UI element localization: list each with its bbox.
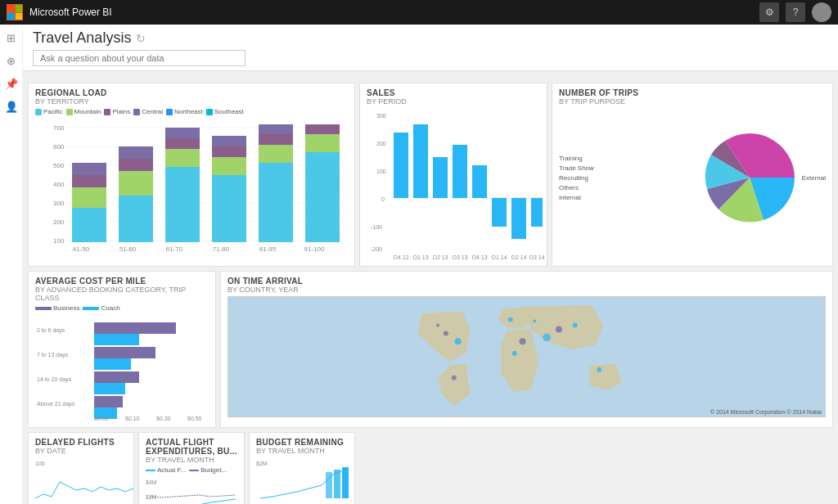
svg-text:$0.50: $0.50 [187, 416, 202, 421]
refresh-icon[interactable]: ↻ [136, 32, 146, 45]
svg-text:Q4 13: Q4 13 [471, 254, 487, 259]
svg-rect-70 [94, 322, 176, 334]
svg-text:Q4 12: Q4 12 [393, 254, 408, 259]
topbar: Microsoft Power BI ⚙ ? [0, 0, 838, 25]
svg-rect-52 [433, 157, 448, 198]
svg-text:$0.10: $0.10 [125, 416, 140, 421]
svg-rect-21 [119, 146, 153, 159]
svg-rect-27 [212, 157, 246, 175]
expenditures-subtitle: BY TRAVEL MONTH [146, 456, 237, 464]
app-title: Microsoft Power BI [29, 7, 112, 18]
svg-text:-200: -200 [371, 246, 382, 252]
svg-rect-73 [94, 396, 123, 407]
svg-text:200: 200 [53, 218, 65, 226]
svg-rect-17 [72, 163, 106, 175]
svg-text:600: 600 [53, 143, 65, 151]
svg-rect-20 [119, 159, 153, 171]
on-time-subtitle: BY COUNTRY, YEAR [228, 286, 826, 294]
svg-point-85 [436, 324, 439, 327]
expenditures-legend: Actual F... Budget... [146, 466, 237, 474]
svg-rect-104 [342, 467, 349, 498]
svg-text:Q1 13: Q1 13 [412, 254, 428, 259]
sales-chart: 300 200 100 0 -100 -200 Q4 12 [367, 108, 545, 259]
svg-text:100: 100 [376, 169, 386, 174]
svg-text:$2M: $2M [256, 461, 268, 466]
avg-cost-legend: Business Coach [35, 304, 209, 312]
svg-rect-74 [94, 334, 139, 345]
regional-load-title: Regional Load [35, 88, 348, 97]
svg-rect-22 [165, 167, 200, 242]
svg-point-87 [520, 338, 526, 344]
svg-rect-19 [119, 171, 153, 196]
delayed-subtitle: BY DATE [35, 447, 127, 455]
svg-text:500: 500 [53, 162, 65, 169]
svg-rect-71 [94, 347, 155, 358]
svg-text:700: 700 [53, 124, 65, 132]
svg-rect-30 [259, 163, 293, 242]
dashboard-row-3: Delayed Flights BY DATE 100 Jan 2014 Act… [28, 432, 833, 504]
svg-text:Q1 14: Q1 14 [491, 254, 507, 259]
svg-point-83 [444, 331, 448, 335]
svg-rect-51 [413, 124, 428, 198]
svg-text:91-100: 91-100 [304, 245, 325, 253]
svg-rect-50 [394, 133, 408, 198]
svg-rect-55 [492, 198, 507, 227]
svg-rect-34 [305, 152, 340, 242]
sidebar: ⊞ ⊕ 📌 👤 [0, 25, 23, 504]
budget-rem-small-subtitle: BY TRAVEL MONTH [256, 447, 348, 455]
svg-text:200: 200 [376, 141, 386, 146]
svg-point-86 [508, 317, 513, 322]
svg-rect-16 [72, 175, 106, 187]
sidebar-search-icon[interactable]: ⊕ [3, 52, 20, 69]
card-on-time-arrival: On Time Arrival BY COUNTRY, YEAR [220, 271, 833, 428]
svg-rect-57 [531, 198, 543, 227]
card-number-of-trips: Number of Trips BY TRIP PURPOSE Training… [552, 83, 833, 267]
card-avg-cost: Average Cost Per Mile BY ADVANCED BOOKIN… [28, 271, 216, 428]
svg-rect-72 [94, 371, 139, 383]
svg-rect-35 [305, 134, 340, 152]
svg-text:0 to 6 days: 0 to 6 days [37, 327, 65, 334]
svg-rect-53 [453, 145, 467, 198]
svg-rect-23 [165, 149, 200, 167]
map-copyright: © 2014 Microsoft Corporation © 2014 Noki… [710, 409, 822, 415]
ms-logo [7, 4, 23, 20]
dashboard-main: Regional Load BY TERRITORY Pacific Mount… [23, 78, 838, 504]
svg-rect-33 [259, 124, 293, 134]
svg-rect-56 [511, 198, 526, 239]
svg-text:Q2 13: Q2 13 [432, 254, 448, 259]
svg-text:Q3 14: Q3 14 [529, 254, 544, 259]
svg-point-91 [573, 323, 578, 328]
svg-rect-28 [212, 146, 246, 157]
on-time-map [228, 297, 825, 416]
on-time-title: On Time Arrival [228, 277, 826, 286]
help-icon[interactable]: ? [786, 2, 805, 22]
search-input[interactable] [33, 50, 246, 66]
svg-rect-31 [259, 145, 293, 163]
budget-rem-small-title: Budget Remaining [256, 438, 348, 447]
svg-rect-14 [72, 208, 106, 242]
sidebar-pin-icon[interactable]: 📌 [3, 75, 20, 92]
page-title: Travel Analysis [33, 29, 131, 47]
svg-text:Above 21 days: Above 21 days [37, 401, 75, 407]
card-budget-remaining-small: Budget Remaining BY TRAVEL MONTH $2M [249, 432, 355, 504]
avg-cost-title: Average Cost Per Mile [35, 277, 209, 286]
svg-point-93 [452, 376, 457, 380]
svg-text:$0.30: $0.30 [156, 416, 171, 421]
sidebar-person-icon[interactable]: 👤 [3, 98, 20, 115]
gear-icon[interactable]: ⚙ [759, 2, 779, 22]
svg-text:71-80: 71-80 [213, 245, 230, 253]
svg-point-90 [556, 326, 562, 333]
sidebar-home-icon[interactable]: ⊞ [3, 29, 20, 46]
svg-rect-24 [165, 138, 200, 149]
svg-text:81-95: 81-95 [259, 245, 277, 253]
delayed-chart: 100 Jan 2014 [35, 457, 133, 504]
card-sales: Sales BY PERIOD 300 200 100 0 -100 -200 [359, 83, 547, 267]
svg-text:$4M: $4M [146, 479, 157, 485]
user-avatar[interactable] [812, 2, 831, 22]
svg-rect-103 [334, 470, 340, 498]
svg-text:51-60: 51-60 [119, 245, 137, 253]
svg-rect-18 [119, 196, 153, 242]
svg-text:14 to 20 days: 14 to 20 days [37, 376, 72, 383]
card-regional-load: Regional Load BY TERRITORY Pacific Mount… [28, 83, 355, 267]
svg-text:0: 0 [381, 196, 385, 202]
